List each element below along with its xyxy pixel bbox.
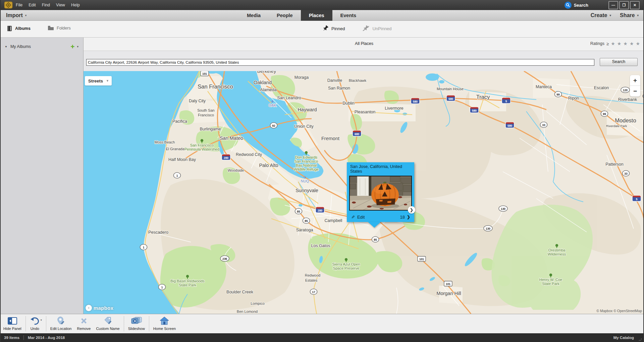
menu-help[interactable]: Help [68,0,83,10]
menu-view[interactable]: View [53,0,68,10]
tab-unpinned[interactable]: UnPinned [362,25,391,32]
map-style-dropdown[interactable]: Streets ▼ [85,76,112,86]
zoom-out-button[interactable]: − [630,86,640,96]
us-route-shield-icon: 101 [201,71,209,76]
map-city-label: Oakdale [642,94,644,99]
interstate-shield-icon: 280 [222,155,230,160]
tab-media[interactable]: Media [239,10,269,21]
chevron-down-icon: ▾ [609,14,611,17]
state-route-shield-icon: 85 [372,237,379,242]
star-icon[interactable]: ★ [611,41,615,46]
zoom-in-button[interactable]: + [630,75,640,86]
status-separator [23,335,24,340]
svg-text:OAK: OAK [268,103,276,107]
menu-find[interactable]: Find [39,0,53,10]
map-city-label: Half Moon Bay [168,157,196,162]
edit-place-button[interactable]: ✎ Edit [351,215,365,220]
minimize-button[interactable]: — [608,1,618,9]
close-button[interactable]: ✕ [630,1,640,9]
tab-events[interactable]: Events [332,10,365,21]
svg-text:Wilderness: Wilderness [548,252,566,256]
unpin-icon [362,25,370,32]
svg-text:130: 130 [486,227,490,230]
undo-button[interactable]: Undo ▾ [27,314,45,333]
edit-location-button[interactable]: Edit Location [48,314,74,333]
ratings-filter[interactable]: Ratings ≥ ★ ★ ★ ★ ★ [590,41,640,46]
svg-text:San Francisco: San Francisco [190,143,214,147]
my-albums-group[interactable]: ▼ My Albums + ▾ [1,42,83,51]
menu-file[interactable]: File [13,0,25,10]
interstate-shield-icon: 5 [632,196,641,202]
tab-people[interactable]: People [269,10,301,21]
interstate-shield-icon: 280 [316,207,324,213]
map-city-label: Union City [294,124,314,129]
custom-name-button[interactable]: Custom Name [93,314,122,333]
home-screen-button[interactable]: Home Screen [151,314,178,333]
location-search-button[interactable]: Search [600,58,638,66]
tab-pinned[interactable]: Pinned [322,25,345,32]
remove-icon [80,316,88,326]
import-button[interactable]: Import ▾ [6,10,26,21]
photo-count-button[interactable]: 18 ❯ [400,215,410,220]
resize-grip-icon[interactable] [639,338,642,341]
interstate-shield-icon: 580 [470,107,479,113]
svg-text:Big Basin Redwoods: Big Basin Redwoods [170,279,205,283]
share-button[interactable]: Share▾ [620,12,639,18]
toolbar-separator [46,316,46,331]
map-attribution[interactable]: © Mapbox © OpenStreetMap [596,309,642,313]
popup-photo-thumbnail[interactable]: ❯ [349,176,412,211]
state-route-shield-icon: 1 [140,244,147,250]
svg-text:85: 85 [297,210,300,213]
hide-panel-button[interactable]: Hide Panel [1,314,24,333]
tab-albums[interactable]: Albums [7,25,31,32]
svg-text:101: 101 [419,258,424,261]
add-album-button[interactable]: + ▾ [70,44,78,50]
map-city-label: Pleasanton [355,110,376,114]
state-route-shield-icon: 85 [303,218,310,224]
state-route-shield-icon: 85 [295,209,302,214]
map-canvas[interactable]: San FranciscoPeninsula WatershedDon Edwa… [84,71,644,314]
map-city-label: Ben Lomond [237,309,258,314]
menu-edit[interactable]: Edit [25,0,39,10]
chevron-down-icon[interactable]: ▾ [41,319,42,322]
map-city-label: San Leandro [277,96,301,100]
map-city-label: Riverdale Park [606,124,627,128]
star-icon[interactable]: ★ [623,41,628,46]
map-city-label: Oakland [254,80,272,85]
location-search-input[interactable] [86,59,594,66]
maximize-button[interactable]: ❐ [619,1,629,9]
items-count: 39 Items [4,336,19,340]
map-city-label: Dublin [342,101,354,106]
map-city-label: Palo Alto [259,163,278,168]
star-icon[interactable]: ★ [636,41,640,46]
create-button[interactable]: Create▾ [591,12,611,18]
map-city-label: Sunnyvale [296,188,318,193]
svg-text:92: 92 [272,124,275,127]
map-zoom-control: + − [630,75,640,97]
map-city-label: Morgan Hill [436,291,461,296]
slideshow-button[interactable]: Slideshow [125,314,148,333]
global-search-button[interactable]: Search [565,2,588,9]
map-city-label: South San [197,108,214,112]
chevron-down-icon: ▾ [25,14,27,17]
map-city-label: Berkeley [257,71,276,74]
tab-places[interactable]: Places [301,10,332,21]
map-city-label: Redwood City [236,152,262,157]
popup-place-title: San Jose, California, United States [350,164,407,174]
star-icon[interactable]: ★ [617,41,622,46]
disclosure-triangle-icon[interactable]: ▼ [5,45,7,48]
svg-text:Bay National: Bay National [296,163,317,167]
chevron-right-icon: ❯ [407,215,410,219]
tab-folders[interactable]: Folders [48,25,71,31]
catalog-name: My Catalog [613,336,634,340]
remove-button[interactable]: Remove [74,314,93,333]
state-route-shield-icon: 99 [555,92,562,97]
map-city-label: El Granada [166,147,185,151]
star-icon[interactable]: ★ [630,41,634,46]
map-city-label: Tracy [476,94,490,100]
mapbox-logo[interactable]: ✦ mapbox [86,305,113,311]
svg-text:State Park: State Park [179,283,196,287]
undo-icon [30,316,40,326]
map-city-label: Manteca [536,84,552,89]
map-city-label: Riverbank [618,97,637,102]
